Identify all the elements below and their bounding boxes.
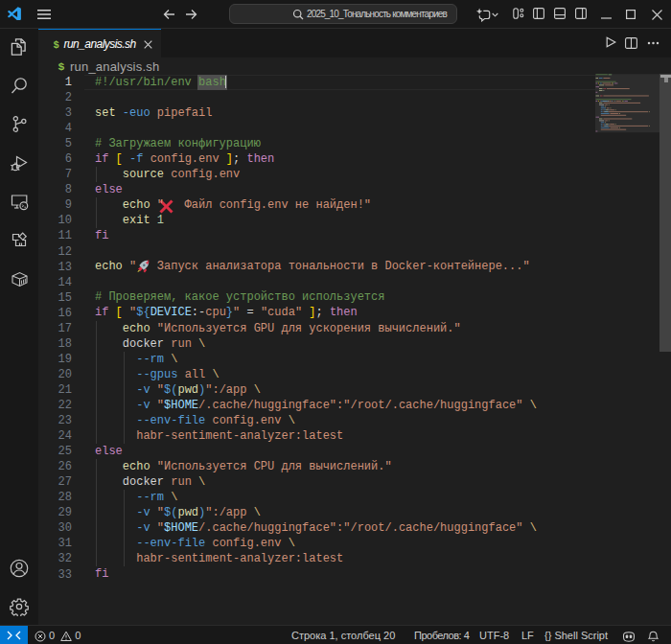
svg-text:$: $ [58,60,64,72]
svg-text:$: $ [54,39,59,50]
